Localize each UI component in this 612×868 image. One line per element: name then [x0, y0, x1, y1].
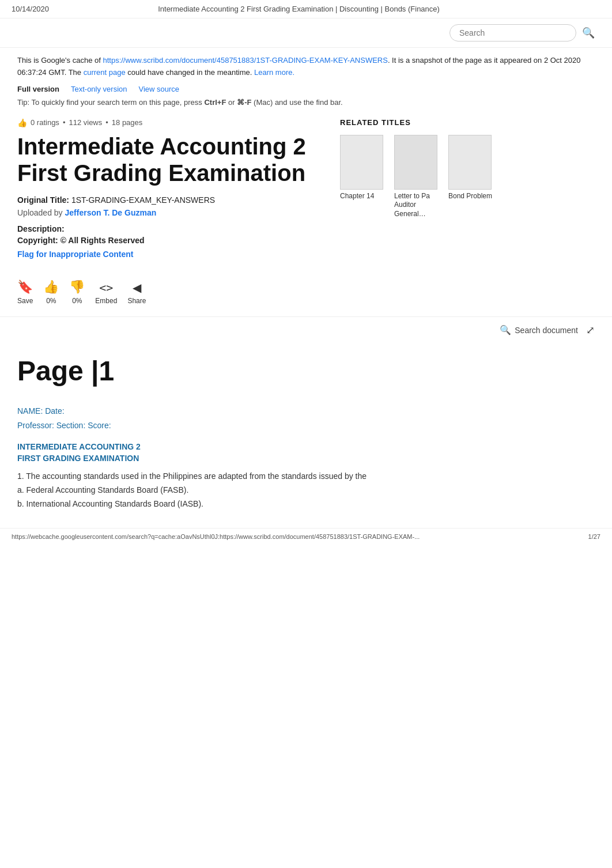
current-page-link[interactable]: current page: [84, 68, 126, 77]
share-label: Share: [127, 297, 146, 305]
search-icon[interactable]: 🔍: [582, 27, 595, 39]
related-titles-list: Chapter 14 Letter to Pa Auditor General……: [340, 135, 524, 219]
pages-text: 18 pages: [112, 118, 143, 127]
version-bar: Full version Text-only version View sour…: [0, 82, 612, 96]
page-info: 1/27: [588, 533, 600, 540]
related-item: Chapter 14: [340, 135, 386, 219]
doc-exam-title: FIRST GRADING EXAMINATION: [17, 454, 595, 463]
flag-link[interactable]: Flag for Inappropriate Content: [17, 250, 133, 259]
page-title-top: Intermediate Accounting 2 First Grading …: [49, 5, 549, 13]
bottom-url: https://webcache.googleusercontent.com/s…: [12, 533, 420, 540]
right-column: RELATED TITLES Chapter 14 Letter to Pa A…: [340, 118, 524, 305]
related-item: Letter to Pa Auditor General…: [394, 135, 440, 219]
related-item-label-1: Chapter 14: [340, 192, 374, 201]
embed-button[interactable]: <> Embed: [95, 281, 117, 305]
search-input[interactable]: [449, 24, 576, 41]
uploaded-by: Uploaded by Jefferson T. De Guzman: [17, 208, 323, 217]
embed-label: Embed: [95, 297, 117, 305]
related-thumbnail-3[interactable]: [448, 135, 492, 190]
copyright-line: Copyright: © All Rights Reserved: [17, 236, 323, 245]
doc-subject: INTERMEDIATE ACCOUNTING 2: [17, 442, 595, 451]
question-1b: b. International Accounting Standards Bo…: [17, 497, 595, 511]
question-1: 1. The accounting standards used in the …: [17, 470, 595, 484]
cache-notice: This is Google's cache of https://www.sc…: [0, 48, 612, 82]
view-source-link[interactable]: View source: [139, 85, 180, 93]
like-button[interactable]: 👍 0%: [43, 280, 59, 305]
full-version-label: Full version: [17, 85, 59, 93]
copyright-label: Copyright:: [17, 236, 58, 245]
tip-text: Tip: To quickly find your search term on…: [17, 98, 343, 107]
related-titles-label: RELATED TITLES: [340, 118, 524, 127]
related-thumbnail-2[interactable]: [394, 135, 437, 190]
related-item: Bond Problem: [448, 135, 494, 219]
dislike-button[interactable]: 👎 0%: [69, 280, 85, 305]
dot2: •: [105, 118, 108, 127]
bottom-bar: https://webcache.googleusercontent.com/s…: [0, 528, 612, 545]
uploader-link[interactable]: Jefferson T. De Guzman: [65, 208, 157, 217]
embed-icon: <>: [99, 281, 113, 295]
meta-line: 👍 0 ratings • 112 views • 18 pages: [17, 118, 323, 127]
thumbs-up-icon: 👍: [43, 280, 59, 295]
top-bar: 10/14/2020 Intermediate Accounting 2 Fir…: [0, 0, 612, 18]
cache-text-before: This is Google's cache of: [17, 56, 103, 65]
question-1a: a. Federal Accounting Standards Board (F…: [17, 484, 595, 497]
copyright-value: © All Rights Reserved: [61, 236, 145, 245]
uploaded-by-label: Uploaded by: [17, 208, 65, 217]
search-doc-icon: 🔍: [500, 324, 511, 335]
related-thumbnail-1[interactable]: [340, 135, 383, 190]
search-doc-label: Search document: [515, 326, 578, 335]
date-label: 10/14/2020: [12, 5, 49, 13]
learn-more-link[interactable]: Learn more.: [254, 68, 294, 77]
original-title: Original Title: 1ST-GRADING-EXAM_KEY-ANS…: [17, 195, 323, 205]
like-label: 0%: [46, 297, 56, 305]
rating-icon: 👍: [17, 118, 27, 127]
search-document-button[interactable]: 🔍 Search document: [500, 324, 578, 335]
ratings-text: 0 ratings: [31, 118, 59, 127]
share-button[interactable]: ◀ Share: [127, 281, 146, 305]
page-section: Page |1 NAME: Date: Professor: Section: …: [0, 344, 612, 529]
left-column: 👍 0 ratings • 112 views • 18 pages Inter…: [17, 118, 323, 305]
cache-url-link[interactable]: https://www.scribd.com/document/45875188…: [103, 56, 387, 65]
text-only-link[interactable]: Text-only version: [71, 85, 127, 93]
tip-bar: Tip: To quickly find your search term on…: [0, 96, 612, 112]
dot1: •: [63, 118, 66, 127]
doc-title: Intermediate Accounting 2 First Grading …: [17, 133, 323, 186]
related-item-label-3: Bond Problem: [448, 192, 492, 201]
description-label: Description:: [17, 224, 323, 233]
share-icon: ◀: [133, 281, 141, 295]
related-item-label-2: Letter to Pa Auditor General…: [394, 192, 440, 219]
cache-text-end: could have changed in the meantime.: [126, 68, 254, 77]
fullscreen-icon[interactable]: ⤢: [586, 324, 595, 337]
page-header: Page |1: [17, 355, 595, 387]
doc-fields: NAME: Date: Professor: Section: Score:: [17, 404, 595, 433]
field2: Professor: Section: Score:: [17, 418, 595, 433]
main-content: 👍 0 ratings • 112 views • 18 pages Inter…: [0, 112, 612, 305]
save-label: Save: [17, 297, 33, 305]
questions: 1. The accounting standards used in the …: [17, 470, 595, 511]
views-text: 112 views: [69, 118, 102, 127]
original-title-label: Original Title:: [17, 195, 69, 205]
save-button[interactable]: 🔖 Save: [17, 280, 33, 305]
dislike-label: 0%: [72, 297, 82, 305]
search-area: 🔍: [0, 18, 612, 48]
action-bar: 🔖 Save 👍 0% 👎 0% <> Embed ◀ Share: [17, 280, 323, 305]
field1: NAME: Date:: [17, 404, 595, 418]
original-title-value: 1ST-GRADING-EXAM_KEY-ANSWERS: [71, 195, 215, 205]
thumbs-down-icon: 👎: [69, 280, 85, 295]
doc-toolbar: 🔍 Search document ⤢: [0, 316, 612, 344]
save-icon: 🔖: [17, 280, 33, 295]
